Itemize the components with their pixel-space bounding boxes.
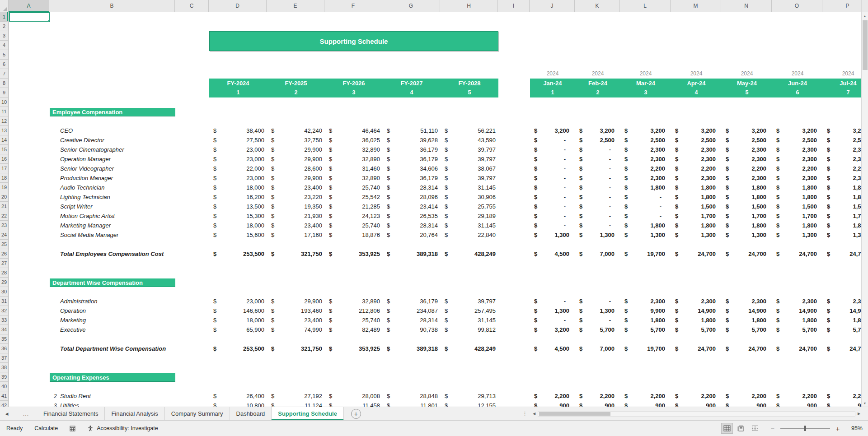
cell[interactable]: $-	[575, 202, 620, 211]
cell[interactable]: $-	[530, 135, 575, 145]
cell[interactable]: $28,314	[383, 315, 441, 325]
month-header[interactable]: Feb-242	[575, 79, 620, 97]
horizontal-scrollbar-track[interactable]	[538, 411, 855, 417]
tab-financial-statements[interactable]: Financial Statements	[37, 407, 105, 420]
cell[interactable]: $1,700	[823, 211, 861, 221]
cell[interactable]: $321,750	[267, 249, 325, 259]
cell[interactable]: $65,900	[209, 325, 267, 334]
row-header-22[interactable]: 22	[0, 211, 8, 221]
row-header-36[interactable]: 36	[0, 344, 8, 353]
cell[interactable]: $212,806	[325, 306, 383, 315]
cell[interactable]: $1,800	[772, 192, 823, 202]
cell[interactable]: $32,890	[325, 154, 383, 164]
cell[interactable]: $4,500	[530, 249, 575, 259]
row-header-39[interactable]: 39	[0, 372, 8, 382]
cell[interactable]: $1,500	[671, 202, 722, 211]
row-label-cell[interactable]: Senior Cinematographer	[50, 145, 175, 154]
cell[interactable]: $321,750	[267, 344, 325, 353]
cell[interactable]: $2,200	[772, 391, 823, 401]
cell[interactable]: $23,000	[209, 297, 267, 306]
column-header-b[interactable]: B	[49, 0, 175, 12]
cell[interactable]: $1,800	[823, 183, 861, 192]
cell[interactable]: $257,495	[441, 306, 498, 315]
cell[interactable]: $28,096	[383, 192, 441, 202]
cell[interactable]: $1,500	[823, 202, 861, 211]
row-label-cell[interactable]: Total Employees Compensation Cost	[50, 249, 175, 259]
row-header-21[interactable]: 21	[0, 202, 8, 211]
cell[interactable]: $13,500	[209, 202, 267, 211]
row-header-18[interactable]: 18	[0, 173, 8, 183]
cell[interactable]: $32,890	[325, 145, 383, 154]
row-header-24[interactable]: 24	[0, 230, 8, 240]
column-header-o[interactable]: O	[772, 0, 822, 12]
cell[interactable]: $7,000	[575, 344, 620, 353]
cell[interactable]: $26,400	[209, 391, 267, 401]
calculate-status[interactable]: Calculate	[34, 425, 58, 431]
accessibility-status[interactable]: Accessibility: Investigate	[87, 425, 158, 431]
normal-view-icon[interactable]	[722, 423, 732, 433]
column-header-j[interactable]: J	[530, 0, 575, 12]
cell[interactable]: $31,145	[441, 183, 498, 192]
cell[interactable]: $1,300	[823, 230, 861, 240]
row-label-cell[interactable]: Administration	[50, 297, 175, 306]
cell[interactable]: $17,160	[267, 230, 325, 240]
cell[interactable]: $3,200	[530, 126, 575, 135]
cell[interactable]: $10,800	[209, 401, 267, 407]
row-header-29[interactable]: 29	[0, 278, 8, 287]
column-header-g[interactable]: G	[382, 0, 440, 12]
cell[interactable]: $25,542	[325, 192, 383, 202]
cell[interactable]: $1,800	[722, 315, 772, 325]
cell[interactable]: $1,800	[620, 183, 671, 192]
cell[interactable]: $-	[575, 154, 620, 164]
cell[interactable]: $7,000	[575, 249, 620, 259]
cell[interactable]: $1,500	[772, 202, 823, 211]
cell[interactable]: $900	[722, 401, 772, 407]
row-header-3[interactable]: 3	[0, 31, 8, 41]
cell[interactable]: $24,700	[772, 249, 823, 259]
scroll-right-arrow-icon[interactable]: ▶	[855, 412, 863, 416]
row-header-25[interactable]: 25	[0, 240, 8, 249]
cell[interactable]: $43,590	[441, 135, 498, 145]
cell[interactable]: $28,314	[383, 221, 441, 230]
cell[interactable]: $1,300	[530, 230, 575, 240]
row-label-cell[interactable]: Social Media Manager	[50, 230, 175, 240]
cell[interactable]: $25,740	[325, 183, 383, 192]
cell[interactable]: $1,800	[823, 315, 861, 325]
cell[interactable]: $2,500	[772, 135, 823, 145]
cell[interactable]: $90,738	[383, 325, 441, 334]
cell[interactable]: $-	[530, 297, 575, 306]
cell[interactable]: $25,740	[325, 315, 383, 325]
cell[interactable]: $1,500	[722, 202, 772, 211]
cell[interactable]: $1,800	[722, 183, 772, 192]
cell[interactable]: $28,008	[325, 391, 383, 401]
row-label-cell[interactable]: Audio Technician	[50, 183, 175, 192]
vertical-scrollbar-thumb[interactable]	[863, 20, 868, 70]
row-header-10[interactable]: 10	[0, 97, 8, 107]
row-header-5[interactable]: 5	[0, 50, 8, 60]
cell[interactable]: $2,300	[671, 297, 722, 306]
cell[interactable]: $23,220	[267, 192, 325, 202]
cell[interactable]: $1,800	[671, 183, 722, 192]
cell[interactable]: $38,400	[209, 126, 267, 135]
cell[interactable]: $900	[620, 401, 671, 407]
row-label-cell[interactable]: Total Department Wise Compensation	[50, 344, 175, 353]
cell[interactable]: $2,300	[823, 145, 861, 154]
cell[interactable]: $-	[530, 315, 575, 325]
selected-cell-a1[interactable]	[9, 12, 50, 22]
cell[interactable]: $15,600	[209, 230, 267, 240]
row-header-1[interactable]: 1	[0, 12, 8, 22]
cell[interactable]: $18,000	[209, 221, 267, 230]
cell[interactable]: $900	[575, 401, 620, 407]
cell[interactable]: $900	[671, 401, 722, 407]
cell[interactable]: $27,192	[267, 391, 325, 401]
row-header-17[interactable]: 17	[0, 164, 8, 173]
row-header-28[interactable]: 28	[0, 268, 8, 278]
cell[interactable]: $29,713	[441, 391, 498, 401]
fiscal-year-header[interactable]: FY-20285	[441, 79, 498, 97]
month-header[interactable]: Jun-246	[772, 79, 823, 97]
cell[interactable]: $5,700	[671, 325, 722, 334]
cell[interactable]: $353,925	[325, 344, 383, 353]
cell[interactable]: $51,110	[383, 126, 441, 135]
row-label-cell[interactable]: Operation Manager	[50, 154, 175, 164]
cell[interactable]: $82,489	[325, 325, 383, 334]
